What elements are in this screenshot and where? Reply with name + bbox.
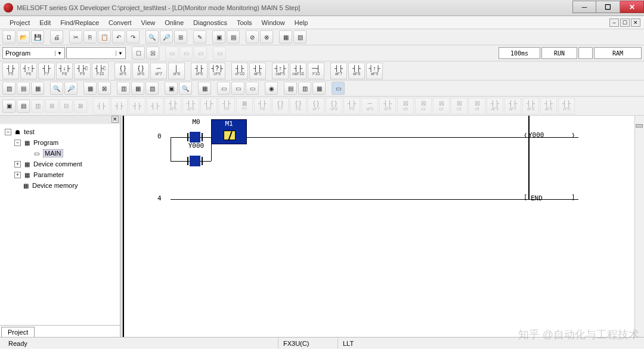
t4-btn15[interactable]: ▭ (231, 82, 244, 95)
tree-program[interactable]: − ▦ Program (2, 137, 117, 148)
t5-icon-0[interactable]: ▣ (2, 100, 16, 113)
tool-d-button[interactable]: ⊗ (260, 30, 273, 44)
t4-btn21[interactable]: ▭ (332, 82, 345, 95)
menu-project[interactable]: Project (5, 17, 35, 28)
instr-btn-caF10[interactable]: ┤├caF10 (290, 63, 306, 79)
mdi-restore-button[interactable]: ☐ (620, 18, 630, 27)
instr-btn-F6[interactable]: ┤↑├F6 (20, 63, 37, 79)
t4-btn20[interactable]: ▦ (312, 82, 326, 95)
tree-root[interactable]: − ☗ test (2, 126, 117, 137)
toolbar2-btn1[interactable]: ☐ (132, 47, 145, 60)
tree-device-memory[interactable]: ▦ Device memory (2, 180, 117, 191)
zoom-fit-button[interactable]: ⊞ (174, 30, 187, 44)
tool-a-button[interactable]: ▣ (212, 30, 225, 44)
instr-btn-aF9[interactable]: ┤↑├aF9 (366, 63, 383, 79)
cut-button[interactable]: ✂ (69, 30, 82, 44)
program-name-combo[interactable]: ▼ (66, 47, 126, 59)
t4-btn8[interactable]: ▥ (117, 82, 130, 95)
toolbar2-btn4: ▭ (179, 47, 193, 60)
window-close-button[interactable]: ✕ (620, 1, 644, 13)
project-tree[interactable]: − ☗ test − ▦ Program ▭ MAIN + ▦ Device c… (0, 124, 120, 325)
toolbar2-btn2[interactable]: ☒ (146, 47, 159, 60)
mdi-close-button[interactable]: ✕ (631, 18, 640, 27)
eraser-button[interactable]: ✎ (193, 30, 206, 44)
instr-btn-F10[interactable]: ─┤F10 (308, 63, 324, 79)
expand-icon[interactable]: − (5, 129, 11, 135)
undo-button[interactable]: ↶ (112, 30, 125, 44)
t5-icon-1[interactable]: ▤ (17, 100, 30, 113)
t4-btn11[interactable]: ▣ (165, 82, 178, 95)
menu-tools[interactable]: Tools (232, 17, 257, 28)
instr-btn-sF9[interactable]: ┤├sF9 (191, 63, 208, 79)
menu-convert[interactable]: Convert (104, 17, 137, 28)
selected-contact-cell[interactable]: M1 (211, 119, 247, 144)
instr-btn-aF5[interactable]: ┤├aF5 (249, 63, 266, 79)
paste-button[interactable]: 📋 (98, 30, 111, 44)
menu-edit[interactable]: Edit (35, 17, 55, 28)
scrollbar-thumb[interactable] (636, 124, 643, 128)
t4-btn17[interactable]: ◉ (265, 82, 278, 95)
t4-btn4[interactable]: 🔍 (50, 82, 63, 95)
t4-btn18[interactable]: ▤ (284, 82, 297, 95)
t4-btn14[interactable]: ▭ (217, 82, 230, 95)
tree-device-comment[interactable]: + ▦ Device comment (2, 159, 117, 169)
instr-btn-aF7[interactable]: ┤├aF7 (330, 63, 347, 79)
instr-btn-F10[interactable]: ┤├⃓F10 (92, 63, 109, 79)
t4-btn5[interactable]: 🔎 (64, 82, 78, 95)
tree-main[interactable]: ▭ MAIN (2, 148, 117, 159)
zoom-button[interactable]: 🔍 (145, 30, 159, 44)
t4-btn10[interactable]: ▧ (145, 82, 159, 95)
t4-btn16[interactable]: ▭ (246, 82, 259, 95)
instr-btn-sF8[interactable]: │sF8 (168, 63, 185, 79)
t4-btn7[interactable]: ⊠ (98, 82, 111, 95)
redo-button[interactable]: ↷ (126, 30, 140, 44)
t4-btn1[interactable]: ▧ (2, 82, 16, 95)
instr-btn-aF8[interactable]: ┤├aF8 (348, 63, 365, 79)
ladder-editor[interactable]: 0 M0 M1 ❬ Y000 ❭ (123, 116, 644, 337)
print-button[interactable]: 🖨 (50, 30, 63, 44)
instr-btn-F8[interactable]: ┤↓├F8 (56, 63, 73, 79)
tool-b-button[interactable]: ▤ (227, 30, 240, 44)
t4-btn3[interactable]: ▦ (31, 82, 44, 95)
menu-diagnostics[interactable]: Diagnostics (188, 17, 232, 28)
mdi-minimize-button[interactable]: – (609, 18, 619, 27)
menu-online[interactable]: Online (160, 17, 188, 28)
t4-btn13[interactable]: ▦ (198, 82, 211, 95)
instr-btn-cF10[interactable]: ┤├cF10 (231, 63, 248, 79)
open-button[interactable]: 📂 (17, 30, 30, 44)
sidebar-tab-project[interactable]: Project (1, 327, 35, 337)
sidebar-close-button[interactable]: ✕ (112, 116, 119, 123)
zoom-out-button[interactable]: 🔎 (160, 30, 173, 44)
t4-btn2[interactable]: ▤ (17, 82, 30, 95)
tool-f-button[interactable]: ▧ (293, 30, 306, 44)
t4-btn9[interactable]: ▦ (131, 82, 144, 95)
new-button[interactable]: 🗋 (2, 30, 16, 44)
program-type-combo[interactable]: Program▼ (2, 47, 65, 59)
expand-icon[interactable]: + (14, 161, 21, 168)
menu-window[interactable]: Window (257, 17, 290, 28)
tool-c-button[interactable]: ⊘ (246, 30, 259, 44)
t4-btn19[interactable]: ▥ (298, 82, 311, 95)
instr-btn-F9[interactable]: ┤├⃓F9 (74, 63, 91, 79)
expand-icon[interactable]: + (14, 172, 21, 178)
instr-btn-sF7[interactable]: ─sF7 (150, 63, 167, 79)
copy-button[interactable]: ⎘ (83, 30, 97, 44)
instr-btn-cF9[interactable]: ┤?├cF9 (209, 63, 225, 79)
expand-icon[interactable]: − (14, 140, 21, 146)
window-minimize-button[interactable]: ─ (572, 1, 596, 13)
menu-help[interactable]: Help (290, 17, 313, 28)
window-maximize-button[interactable]: ☐ (596, 1, 620, 13)
vertical-scrollbar[interactable] (634, 116, 644, 337)
tool-e-button[interactable]: ▦ (279, 30, 292, 44)
menu-find-replace[interactable]: Find/Replace (55, 17, 104, 28)
instr-btn-sF6[interactable]: { }sF6 (132, 63, 149, 79)
instr-btn-F7[interactable]: ┤├F7 (38, 63, 55, 79)
save-button[interactable]: 💾 (31, 30, 44, 44)
t4-btn12[interactable]: 🔍 (179, 82, 192, 95)
menu-view[interactable]: View (137, 17, 160, 28)
t4-btn6[interactable]: ▦ (83, 82, 97, 95)
instr-btn-F5[interactable]: ┤├F5 (2, 63, 19, 79)
tree-parameter[interactable]: + ▦ Parameter (2, 169, 117, 180)
instr-btn-caF5[interactable]: ┤↑├caF5 (272, 63, 289, 79)
instr-btn-sF5[interactable]: { }sF5 (114, 63, 131, 79)
